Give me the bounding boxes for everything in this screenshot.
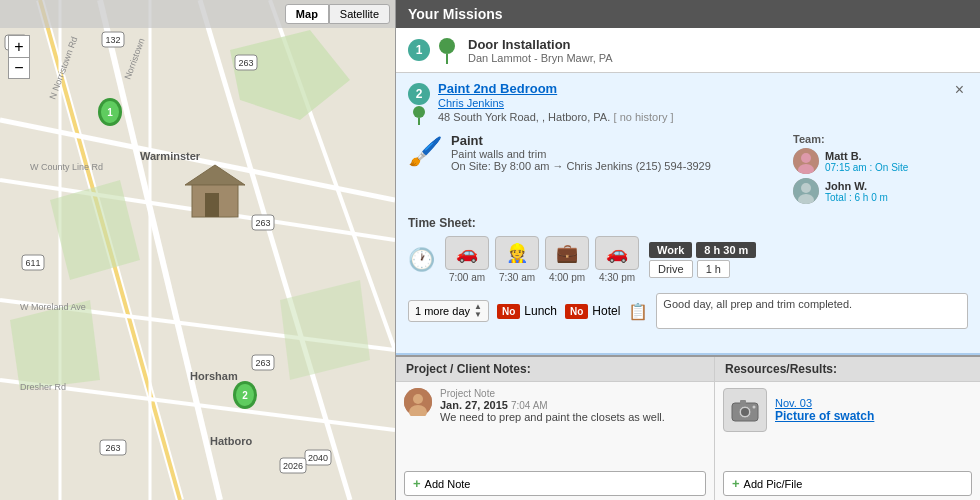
note-time-text: 7:04 AM — [511, 400, 548, 411]
svg-point-64 — [741, 408, 749, 416]
svg-point-51 — [439, 38, 455, 54]
add-pic-label: Add Pic/File — [744, 478, 803, 490]
add-note-button[interactable]: + Add Note — [404, 471, 706, 496]
satellite-button[interactable]: Satellite — [329, 4, 390, 24]
map-btn-group: Map Satellite — [285, 4, 390, 24]
mission-1-subtitle: Dan Lammot - Bryn Mawr, PA — [468, 52, 613, 64]
team-avatar-1 — [793, 148, 819, 174]
svg-text:263: 263 — [105, 443, 120, 453]
time-label-4: 4:30 pm — [599, 272, 635, 283]
job-schedule: On Site: By 8:00 am → Chris Jenkins (215… — [451, 160, 711, 172]
lower-panels: Project / Client Notes: Project Note — [396, 355, 980, 500]
mission-1-title: Door Installation — [468, 37, 613, 52]
close-mission-button[interactable]: × — [951, 81, 968, 99]
work-value-box: 8 h 30 m — [696, 242, 756, 258]
timesheet-row: 🕐 🚗 7:00 am 👷 7:30 am 💼 4:00 pm — [408, 236, 968, 283]
map-zoom-controls: + − — [8, 35, 30, 79]
svg-point-52 — [413, 106, 425, 118]
team-member-2-status: Total : 6 h 0 m — [825, 192, 888, 203]
map-button[interactable]: Map — [285, 4, 329, 24]
svg-text:263: 263 — [238, 58, 253, 68]
svg-text:W County Line Rd: W County Line Rd — [30, 162, 103, 172]
note-body: Project Note Jan. 27, 2015 7:04 AM We ne… — [440, 388, 665, 423]
mission-1-pin-icon — [438, 36, 456, 64]
svg-text:2026: 2026 — [283, 461, 303, 471]
job-description: Paint walls and trim — [451, 148, 711, 160]
time-entry-3: 💼 4:00 pm — [545, 236, 589, 283]
avatar-1-svg — [793, 148, 819, 174]
time-entry-1: 🚗 7:00 am — [445, 236, 489, 283]
team-member-2-info: John W. Total : 6 h 0 m — [825, 180, 888, 203]
resource-name[interactable]: Picture of swatch — [775, 409, 874, 423]
map-section: Map Satellite N Norristo — [0, 0, 395, 500]
note-entry-1: Project Note Jan. 27, 2015 7:04 AM We ne… — [404, 388, 706, 423]
resource-info: Nov. 03 Picture of swatch — [775, 397, 874, 423]
svg-text:Horsham: Horsham — [190, 370, 238, 382]
time-entry-4: 🚗 4:30 pm — [595, 236, 639, 283]
mission-2-pin-icon — [412, 105, 426, 125]
note-date-text: Jan. 27, 2015 — [440, 399, 508, 411]
missions-header-title: Your Missions — [408, 6, 503, 22]
no-lunch-btn[interactable]: No — [497, 304, 520, 319]
map-svg: N Norristown Rd Norristown W County Line… — [0, 0, 395, 500]
resource-date[interactable]: Nov. 03 — [775, 397, 874, 409]
team-avatar-2 — [793, 178, 819, 204]
arrow-down[interactable]: ▼ — [474, 311, 482, 319]
svg-text:Hatboro: Hatboro — [210, 435, 252, 447]
svg-text:2: 2 — [242, 390, 248, 401]
missions-header: Your Missions — [396, 0, 980, 28]
time-label-1: 7:00 am — [449, 272, 485, 283]
day-select-value: 1 more day — [415, 305, 470, 317]
mission-2-badge: 2 — [408, 83, 430, 105]
svg-rect-41 — [205, 193, 219, 217]
job-info: 🖌️ Paint Paint walls and trim On Site: B… — [408, 133, 793, 172]
mission-2-title: Paint 2nd Bedroom Chris Jenkins 48 South… — [438, 81, 674, 124]
no-hotel-btn[interactable]: No — [565, 304, 588, 319]
project-notes-panel: Project / Client Notes: Project Note — [396, 357, 715, 500]
svg-text:W Moreland Ave: W Moreland Ave — [20, 302, 86, 312]
mission-1-text: Door Installation Dan Lammot - Bryn Mawr… — [468, 37, 613, 64]
lunch-toggle[interactable]: No Lunch — [497, 304, 557, 319]
mission-2-title-area: 2 Paint 2nd Bedroom Chris Jenkins 48 Sou… — [408, 81, 674, 125]
timesheet-section: Time Sheet: 🕐 🚗 7:00 am 👷 7:30 am 💼 — [396, 212, 980, 287]
time-icon-2: 👷 — [495, 236, 539, 270]
zoom-in-button[interactable]: + — [8, 35, 30, 57]
note-text: We need to prep and paint the closets as… — [440, 411, 665, 423]
team-member-1-name: Matt B. — [825, 150, 908, 162]
bottom-row: 1 more day ▲ ▼ No Lunch No Hotel 📋 Good … — [396, 287, 980, 335]
time-icon-4: 🚗 — [595, 236, 639, 270]
note-date: Jan. 27, 2015 7:04 AM — [440, 399, 665, 411]
resources-header: Resources/Results: — [715, 357, 980, 382]
time-icon-3: 💼 — [545, 236, 589, 270]
svg-text:2040: 2040 — [308, 453, 328, 463]
svg-text:263: 263 — [255, 218, 270, 228]
svg-text:611: 611 — [25, 258, 40, 268]
drive-value-box: 1 h — [697, 260, 730, 278]
work-label-box: Work — [649, 242, 692, 258]
mission-2-client[interactable]: Chris Jenkins — [438, 97, 504, 109]
day-select[interactable]: 1 more day ▲ ▼ — [408, 300, 489, 322]
note-type: Project Note — [440, 388, 665, 399]
mission-2-header: 2 Paint 2nd Bedroom Chris Jenkins 48 Sou… — [396, 73, 980, 129]
mission-1-item[interactable]: 1 Door Installation Dan Lammot - Bryn Ma… — [396, 28, 980, 73]
paint-icon: 🖌️ — [408, 135, 443, 168]
mission-2-title-link[interactable]: Paint 2nd Bedroom — [438, 81, 557, 96]
add-note-plus-icon: + — [413, 476, 421, 491]
resource-content: Nov. 03 Picture of swatch — [715, 382, 980, 467]
camera-icon-box — [723, 388, 767, 432]
note-avatar-svg — [404, 388, 432, 416]
add-pic-button[interactable]: + Add Pic/File — [723, 471, 972, 496]
zoom-out-button[interactable]: − — [8, 57, 30, 79]
timesheet-label: Time Sheet: — [408, 216, 968, 230]
note-avatar — [404, 388, 432, 416]
note-textbox[interactable]: Good day, all prep and trim completed. — [656, 293, 968, 329]
notes-content: Project Note Jan. 27, 2015 7:04 AM We ne… — [396, 382, 714, 467]
time-icon-1: 🚗 — [445, 236, 489, 270]
resource-item-1: Nov. 03 Picture of swatch — [723, 388, 972, 432]
team-label: Team: — [793, 133, 968, 145]
svg-point-66 — [753, 406, 756, 409]
hotel-toggle[interactable]: No Hotel — [565, 304, 620, 319]
camera-icon — [731, 398, 759, 422]
day-select-arrows[interactable]: ▲ ▼ — [474, 303, 482, 319]
svg-point-54 — [801, 153, 811, 163]
